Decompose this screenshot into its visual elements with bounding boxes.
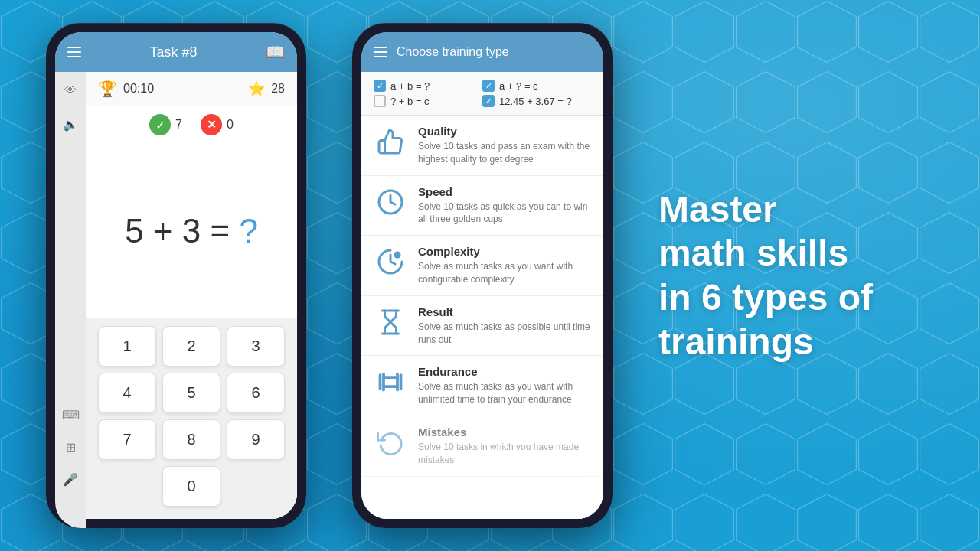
phone1-main: 🏆 00:10 ⭐ 28 ✓ 7 ✕ 0: [86, 72, 297, 519]
complexity-title: Complexity: [418, 245, 591, 258]
key-6[interactable]: 6: [227, 373, 285, 413]
checkbox-a-plus-b[interactable]: ✓ a + b = ?: [374, 80, 482, 92]
keypad-area: 1 2 3 4 5 6 7 8 9 0: [86, 318, 297, 519]
equation-area: 5 + 3 = ?: [86, 143, 297, 318]
correct-number: 7: [175, 118, 182, 132]
equation-left: 5 + 3 =: [125, 212, 239, 249]
training-quality[interactable]: Quality Solve 10 tasks and pass an exam …: [361, 116, 603, 176]
key-5[interactable]: 5: [162, 373, 220, 413]
checkbox-section: ✓ a + b = ? ✓ a + ? = c ? + b = c ✓ 12.4…: [361, 72, 603, 116]
quality-title: Quality: [418, 125, 591, 138]
phone2-title: Choose training type: [397, 45, 591, 59]
timer-icon: [374, 185, 407, 219]
phone1-title: Task #8: [90, 44, 256, 60]
checkbox-unchecked-icon: [374, 95, 386, 107]
svg-point-1: [394, 252, 401, 259]
hero-line3: in 6 types of: [658, 276, 934, 320]
thumbs-up-icon: [374, 125, 407, 158]
phone2-device: Choose training type ✓ a + b = ? ✓ a + ?…: [352, 23, 612, 528]
key-0[interactable]: 0: [162, 466, 220, 507]
key-2[interactable]: 2: [162, 326, 220, 367]
speed-desc: Solve 10 tasks as quick as you can to wi…: [418, 201, 591, 227]
checkbox-label-2: a + ? = c: [499, 80, 538, 92]
keypad-icon[interactable]: ⌨: [60, 404, 81, 425]
mistakes-desc: Solve 10 tasks in which you have made mi…: [418, 441, 591, 467]
book-icon[interactable]: 📖: [266, 43, 285, 61]
checkbox-q-plus-b[interactable]: ? + b = c: [374, 95, 482, 107]
key-7[interactable]: 7: [98, 419, 156, 460]
training-speed[interactable]: Speed Solve 10 tasks as quick as you can…: [361, 176, 603, 236]
training-mistakes[interactable]: Mistakes Solve 10 tasks in which you hav…: [361, 416, 603, 477]
training-list: Quality Solve 10 tasks and pass an exam …: [361, 116, 603, 519]
training-endurance[interactable]: Endurance Solve as much tasks as you wan…: [361, 356, 603, 416]
result-title: Result: [418, 305, 591, 318]
hero-line1: Master: [658, 187, 934, 232]
speed-title: Speed: [418, 185, 591, 198]
endurance-desc: Solve as much tasks as you want with unl…: [418, 380, 591, 406]
speaker-icon[interactable]: 🔈: [60, 113, 81, 135]
wrong-circle: ✕: [201, 114, 222, 135]
hero-section: Master math skills in 6 types of trainin…: [658, 187, 934, 364]
wrong-number: 0: [227, 118, 234, 132]
check-circle: ✓: [149, 114, 171, 135]
phone1-screen: Task #8 📖 👁 🔈 ⌨ ⊞ 🎤: [55, 32, 297, 519]
star-icon: ⭐: [248, 80, 265, 97]
hero-line2: math skills: [658, 231, 934, 276]
mistakes-title: Mistakes: [418, 425, 591, 439]
mistakes-text: Mistakes Solve 10 tasks in which you hav…: [418, 425, 591, 467]
wrong-count: ✕ 0: [201, 114, 234, 135]
key-9[interactable]: 9: [227, 419, 285, 460]
timer-display: 00:10: [123, 82, 154, 96]
phone2-screen: Choose training type ✓ a + b = ? ✓ a + ?…: [361, 32, 603, 519]
key-8[interactable]: 8: [162, 419, 220, 460]
checkbox-checked-icon: ✓: [482, 80, 495, 92]
checkbox-label-1: a + b = ?: [390, 80, 430, 92]
hourglass-icon: [374, 305, 407, 339]
result-text: Result Solve as much tasks as possible u…: [418, 305, 591, 347]
table-icon[interactable]: ⊞: [60, 436, 81, 458]
answer-bar: ✓ 7 ✕ 0: [86, 106, 297, 143]
endurance-text: Endurance Solve as much tasks as you wan…: [418, 365, 591, 406]
training-complexity[interactable]: Complexity Solve as much tasks as you wa…: [361, 236, 603, 296]
key-4[interactable]: 4: [98, 373, 156, 413]
key-3[interactable]: 3: [227, 326, 285, 367]
quality-desc: Solve 10 tasks and pass an exam with the…: [418, 140, 591, 166]
result-desc: Solve as much tasks as possible until ti…: [418, 321, 591, 347]
phone2-header: Choose training type: [361, 32, 603, 72]
keypad-grid: 1 2 3 4 5 6 7 8 9 0: [98, 326, 285, 507]
quality-text: Quality Solve 10 tasks and pass an exam …: [418, 125, 591, 166]
score-display: 28: [271, 82, 285, 96]
gauge-icon: [374, 245, 407, 279]
checkbox-checked-icon: ✓: [374, 80, 386, 92]
hero-line4: trainings: [658, 320, 934, 364]
phone1-sidebar: 👁 🔈 ⌨ ⊞ 🎤: [55, 72, 86, 519]
complexity-desc: Solve as much tasks as you want with con…: [418, 260, 591, 286]
training-result[interactable]: Result Solve as much tasks as possible u…: [361, 296, 603, 357]
eye-icon[interactable]: 👁: [60, 80, 81, 101]
checkbox-label-4: 12.45 + 3.67 = ?: [499, 96, 572, 107]
correct-count: ✓ 7: [149, 114, 182, 135]
dumbbell-icon: [374, 365, 407, 399]
stats-bar: 🏆 00:10 ⭐ 28: [86, 72, 297, 106]
history-icon: [374, 425, 407, 459]
phone1-device: Task #8 📖 👁 🔈 ⌨ ⊞ 🎤: [46, 23, 306, 528]
endurance-title: Endurance: [418, 365, 591, 378]
phone2-hamburger-icon[interactable]: [374, 47, 387, 57]
checkbox-a-plus-q[interactable]: ✓ a + ? = c: [482, 80, 591, 92]
equation-question: ?: [239, 212, 257, 249]
checkbox-label-3: ? + b = c: [390, 96, 430, 107]
trophy-icon: 🏆: [98, 80, 117, 98]
speed-text: Speed Solve 10 tasks as quick as you can…: [418, 185, 591, 227]
key-1[interactable]: 1: [98, 326, 156, 367]
hamburger-icon[interactable]: [67, 47, 81, 57]
mic-icon[interactable]: 🎤: [60, 468, 81, 490]
equation-display: 5 + 3 = ?: [125, 212, 258, 250]
complexity-text: Complexity Solve as much tasks as you wa…: [418, 245, 591, 286]
checkbox-checked-icon: ✓: [482, 95, 495, 107]
checkbox-decimal[interactable]: ✓ 12.45 + 3.67 = ?: [482, 95, 591, 107]
phone1-header: Task #8 📖: [55, 32, 297, 72]
